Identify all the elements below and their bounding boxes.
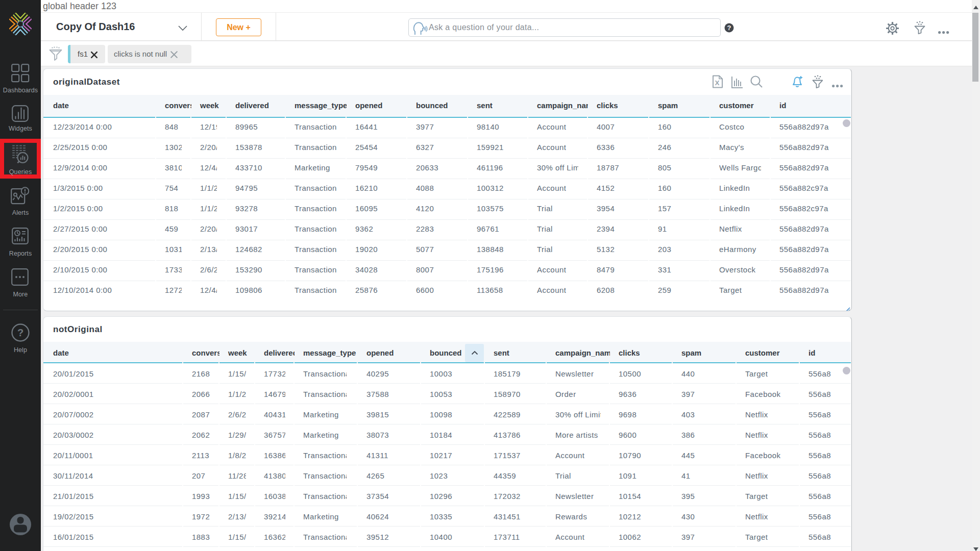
svg-text:X: X	[715, 79, 719, 87]
svg-text:?: ?	[727, 24, 731, 32]
svg-text:?: ?	[17, 327, 23, 338]
